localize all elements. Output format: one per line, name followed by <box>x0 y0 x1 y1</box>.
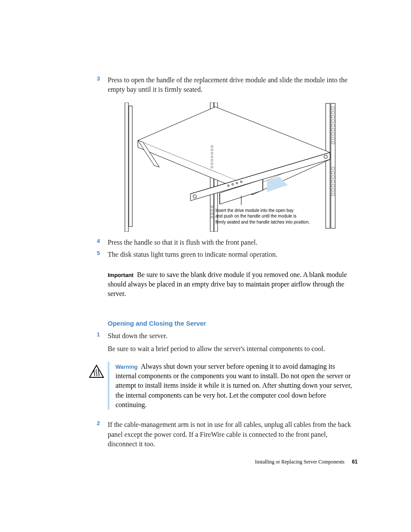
step-text: If the cable-management arm is not in us… <box>108 420 358 449</box>
step-text: The disk status light turns green to ind… <box>108 250 358 259</box>
svg-rect-1 <box>129 106 132 227</box>
important-note: Important Be sure to save the blank driv… <box>108 270 358 299</box>
caption-line: firmly seated and the handle latches int… <box>215 219 323 225</box>
footer-text: Installing or Replacing Server Component… <box>255 459 345 465</box>
step-text: Shut down the server. Be sure to wait a … <box>108 331 358 354</box>
step-text: Press the handle so that it is flush wit… <box>108 238 358 247</box>
step-number: 4 <box>84 238 108 244</box>
warning-label: Warning <box>115 364 138 370</box>
caption-line: Insert the drive module into the open ba… <box>215 208 323 214</box>
step-number: 2 <box>84 420 108 426</box>
step-text: Press to open the handle of the replacem… <box>108 75 358 95</box>
step-4: 4 Press the handle so that it is flush w… <box>108 238 358 247</box>
figure-caption: Insert the drive module into the open ba… <box>215 208 323 225</box>
step-number: 1 <box>84 331 108 338</box>
hot-surface-icon <box>89 362 108 380</box>
step-number: 5 <box>84 250 108 256</box>
svg-rect-3 <box>331 103 335 228</box>
page-number: 61 <box>352 459 358 465</box>
important-label: Important <box>108 272 134 278</box>
svg-point-10 <box>193 195 196 198</box>
svg-rect-2 <box>326 103 330 228</box>
step-sub-text: Be sure to wait a brief period to allow … <box>108 344 358 354</box>
step-text-line: Shut down the server. <box>108 331 358 341</box>
section-heading: Opening and Closing the Server <box>108 320 358 327</box>
caption-line: and push on the handle until the module … <box>215 213 323 219</box>
important-text: Be sure to save the blank drive module i… <box>108 271 347 298</box>
warning-text: Always shut down your server before open… <box>115 363 352 409</box>
svg-rect-0 <box>125 103 128 232</box>
step-b2: 2 If the cable-management arm is not in … <box>108 420 358 449</box>
svg-point-11 <box>324 155 327 159</box>
figure: Insert the drive module into the open ba… <box>108 103 358 232</box>
step-number: 3 <box>84 75 108 82</box>
page-content: 3 Press to open the handle of the replac… <box>108 75 358 452</box>
step-5: 5 The disk status light turns green to i… <box>108 250 358 259</box>
step-3: 3 Press to open the handle of the replac… <box>108 75 358 95</box>
step-b1: 1 Shut down the server. Be sure to wait … <box>108 331 358 354</box>
warning-block: Warning Always shut down your server bef… <box>108 362 358 410</box>
page-footer: Installing or Replacing Server Component… <box>0 459 358 465</box>
warning-content: Warning Always shut down your server bef… <box>108 362 358 410</box>
